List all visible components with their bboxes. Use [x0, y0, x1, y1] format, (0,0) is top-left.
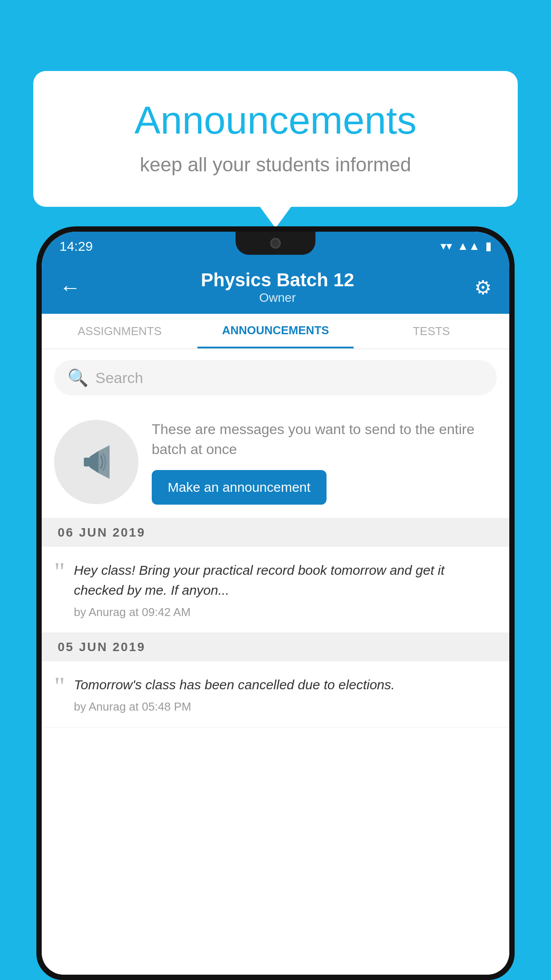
battery-icon: ▮ — [485, 239, 492, 253]
svg-rect-1 — [84, 458, 90, 466]
promo-description: These are messages you want to send to t… — [152, 419, 497, 459]
batch-title: Physics Batch 12 — [81, 269, 474, 291]
announcement-meta-2: by Anurag at 05:48 PM — [74, 700, 497, 714]
app-bar-center: Physics Batch 12 Owner — [81, 269, 474, 305]
search-bar[interactable]: 🔍 Search — [54, 360, 497, 395]
phone-screen: 14:29 ▾▾ ▲▲ ▮ ← Physics Batch 12 Owner ⚙… — [42, 232, 509, 975]
promo-right: These are messages you want to send to t… — [152, 419, 497, 505]
phone-notch — [236, 232, 315, 255]
power-button — [512, 356, 515, 405]
tab-announcements[interactable]: ANNOUNCEMENTS — [197, 314, 353, 348]
back-button[interactable]: ← — [59, 275, 81, 300]
volume-down-button — [36, 374, 39, 405]
status-time: 14:29 — [59, 239, 93, 254]
announcement-item[interactable]: " Hey class! Bring your practical record… — [42, 547, 509, 633]
front-camera — [270, 238, 281, 249]
status-icons: ▾▾ ▲▲ ▮ — [441, 239, 492, 253]
signal-icon: ▲▲ — [457, 239, 480, 253]
tab-bar: ASSIGNMENTS ANNOUNCEMENTS TESTS — [42, 314, 509, 349]
svg-marker-0 — [90, 451, 98, 473]
tab-assignments[interactable]: ASSIGNMENTS — [42, 314, 197, 348]
make-announcement-button[interactable]: Make an announcement — [152, 470, 327, 505]
announcement-item-2[interactable]: " Tomorrow's class has been cancelled du… — [42, 661, 509, 727]
page-subtitle: keep all your students informed — [69, 154, 482, 176]
announcement-text-2: Tomorrow's class has been cancelled due … — [74, 675, 497, 695]
search-icon: 🔍 — [67, 368, 88, 387]
search-placeholder: Search — [95, 369, 143, 387]
phone-frame: 14:29 ▾▾ ▲▲ ▮ ← Physics Batch 12 Owner ⚙… — [36, 226, 515, 980]
announcement-content: Hey class! Bring your practical record b… — [74, 560, 497, 619]
wifi-icon: ▾▾ — [441, 239, 452, 253]
content-area: 🔍 Search — [42, 349, 509, 975]
announcement-meta: by Anurag at 09:42 AM — [74, 605, 497, 619]
announcement-text: Hey class! Bring your practical record b… — [74, 560, 497, 600]
date-divider-june5: 05 JUN 2019 — [42, 633, 509, 661]
announcement-content-2: Tomorrow's class has been cancelled due … — [74, 675, 497, 714]
app-bar: ← Physics Batch 12 Owner ⚙ — [42, 261, 509, 314]
settings-icon[interactable]: ⚙ — [474, 276, 492, 299]
speech-bubble: Announcements keep all your students inf… — [33, 71, 518, 207]
speech-bubble-section: Announcements keep all your students inf… — [33, 71, 518, 207]
promo-icon-circle — [54, 420, 138, 504]
quote-icon-2: " — [54, 678, 65, 694]
tab-tests[interactable]: TESTS — [354, 314, 509, 348]
date-divider-june6: 06 JUN 2019 — [42, 518, 509, 547]
announcement-promo: These are messages you want to send to t… — [42, 406, 509, 518]
megaphone-icon — [74, 440, 118, 484]
volume-up-button — [36, 329, 39, 360]
svg-marker-2 — [98, 445, 110, 479]
page-title: Announcements — [69, 98, 482, 143]
quote-icon: " — [54, 564, 65, 580]
batch-role: Owner — [81, 291, 474, 305]
